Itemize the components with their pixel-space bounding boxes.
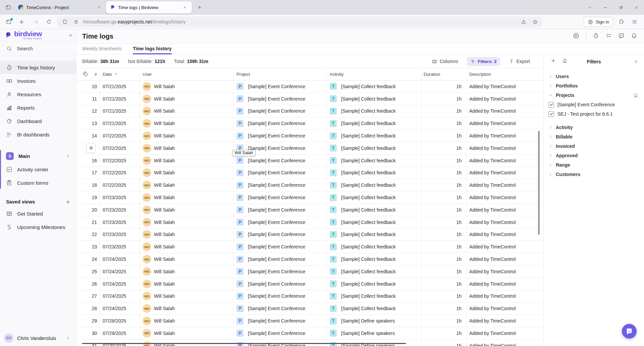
back-button[interactable]: [17, 16, 28, 27]
reload-button[interactable]: [44, 16, 54, 27]
filter-checkbox-item[interactable]: SEJ - Test project for 8.6.1: [544, 109, 644, 119]
column-header-project[interactable]: Project: [233, 68, 326, 80]
column-header-date[interactable]: Date: [100, 68, 140, 80]
sidebar-search[interactable]: Search: [0, 41, 76, 56]
add-saved-view-button[interactable]: [65, 199, 71, 205]
firefox-view-button[interactable]: [3, 2, 14, 13]
tab-time-logs-history[interactable]: Time logs history: [133, 46, 172, 54]
table-row[interactable]: 13 07/21/2025 WS Will Salah P [Sample] E…: [76, 117, 543, 130]
logo-row: birdview by Easy Projects «: [0, 29, 76, 41]
table-row[interactable]: 10 07/21/2025 WS Will Salah P [Sample] E…: [76, 80, 543, 93]
cell-user: WS Will Salah: [140, 167, 233, 179]
save-to-library-icon[interactable]: [519, 17, 528, 26]
filter-section-header[interactable]: Projects: [544, 91, 644, 100]
table-scrollbar[interactable]: [538, 131, 540, 235]
table-row[interactable]: 23 07/23/2025 WS Will Salah P [Sample] E…: [76, 241, 543, 253]
new-tab-button[interactable]: [194, 2, 205, 13]
filter-section-header[interactable]: Customers: [544, 170, 644, 179]
add-filter-button[interactable]: [550, 58, 556, 65]
table-row[interactable]: 24 07/24/2025 WS Will Salah P [Sample] E…: [76, 253, 543, 266]
forward-button[interactable]: [30, 16, 41, 27]
menu-button[interactable]: [629, 16, 640, 27]
delete-row-button[interactable]: [86, 143, 96, 153]
sidebar-item-reports[interactable]: Reports: [0, 101, 76, 114]
firefox-view-button-toolbar[interactable]: [3, 16, 14, 27]
tab-weekly-timesheets[interactable]: Weekly timesheets: [82, 46, 121, 54]
sidebar-item-get-started[interactable]: Get Started: [0, 207, 76, 220]
close-filters-button[interactable]: [634, 59, 639, 64]
tab-list-button[interactable]: [582, 0, 598, 15]
messages-button[interactable]: [618, 33, 625, 40]
table-row[interactable]: 16 07/22/2025 WS Will Salah P [Sample] E…: [76, 155, 543, 167]
table-row[interactable]: 27 07/24/2025 WS Will Salah P [Sample] E…: [76, 290, 543, 303]
table-row[interactable]: 12 07/21/2025 WS Will Salah P [Sample] E…: [76, 105, 543, 118]
sidebar-collapse-button[interactable]: «: [69, 32, 72, 38]
filter-section-header[interactable]: Invoiced: [544, 141, 644, 151]
export-button[interactable]: Export: [509, 59, 530, 64]
sidebar-user[interactable]: CV Chris Vandersluis: [0, 330, 76, 346]
table-row[interactable]: 25 07/24/2025 WS Will Salah P [Sample] E…: [76, 266, 543, 278]
table-row[interactable]: 19 07/23/2025 WS Will Salah P [Sample] E…: [76, 191, 543, 204]
tab-close-icon[interactable]: [181, 4, 189, 11]
table-row[interactable]: 29 07/28/2025 WS Will Salah P [Sample] E…: [76, 315, 543, 327]
filter-section-header[interactable]: Range: [544, 160, 644, 170]
filter-section-header[interactable]: Billable: [544, 132, 644, 141]
browser-tab-birdview[interactable]: Time logs | Birdview: [106, 1, 192, 13]
column-header-activity[interactable]: Activity: [326, 68, 421, 80]
sidebar-item-dashboard[interactable]: Dashboard: [0, 114, 76, 128]
filter-section-header[interactable]: Activity: [544, 123, 644, 132]
checkbox[interactable]: [548, 102, 554, 108]
table-row[interactable]: 22 07/23/2025 WS Will Salah P [Sample] E…: [76, 229, 543, 241]
filter-checkbox-item[interactable]: [Sample] Event Conference: [544, 100, 644, 109]
sign-in-button[interactable]: Sign in: [584, 17, 613, 27]
checkbox[interactable]: [548, 111, 554, 117]
table-row[interactable]: 21 07/23/2025 WS Will Salah P [Sample] E…: [76, 216, 543, 229]
table-row[interactable]: 20 07/23/2025 WS Will Salah P [Sample] E…: [76, 204, 543, 216]
table-row[interactable]: 14 07/22/2025 WS Will Salah P [Sample] E…: [76, 130, 543, 142]
filter-section-header[interactable]: Portfolios: [544, 81, 644, 91]
table-row[interactable]: 11 07/21/2025 WS Will Salah P [Sample] E…: [76, 93, 543, 105]
browser-tab-timecontrol[interactable]: TimeControl - Project: [14, 1, 106, 13]
window-close-button[interactable]: [629, 0, 644, 15]
table-row[interactable]: 17 07/22/2025 WS Will Salah P [Sample] E…: [76, 167, 543, 179]
sidebar-item-invoices[interactable]: Invoices: [0, 74, 76, 88]
column-header-user[interactable]: User: [140, 68, 233, 80]
chat-widget-button[interactable]: [622, 324, 637, 339]
table-row[interactable]: 28 07/24/2025 WS Will Salah P [Sample] E…: [76, 302, 543, 315]
filter-section-header[interactable]: Approved: [544, 151, 644, 160]
columns-button[interactable]: Columns: [432, 59, 458, 64]
notifications-button[interactable]: [631, 33, 637, 40]
filter-section-header[interactable]: Users: [544, 72, 644, 81]
url-text[interactable]: hmssoftware.go.easyprojects.net/timelogs…: [83, 19, 517, 24]
timer-button[interactable]: [593, 33, 599, 40]
bookmark-star-icon[interactable]: [531, 17, 539, 26]
lock-icon[interactable]: [72, 17, 80, 26]
sidebar-item-bi-dashboards[interactable]: BI dashboards: [0, 128, 76, 141]
extensions-button[interactable]: [616, 16, 627, 27]
table-row[interactable]: 26 07/24/2025 WS Will Salah P [Sample] E…: [76, 278, 543, 290]
sidebar-item-upcoming-milestones[interactable]: Upcoming Milestones: [0, 220, 76, 234]
clear-section-filter-button[interactable]: [633, 93, 639, 98]
tab-close-icon[interactable]: [95, 4, 103, 11]
table-row[interactable]: 18 07/22/2025 WS Will Salah P [Sample] E…: [76, 179, 543, 191]
select-rows-button[interactable]: [83, 71, 88, 78]
sidebar-item-activity-center[interactable]: Activity center: [0, 163, 76, 176]
window-minimize-button[interactable]: [598, 0, 613, 15]
sidebar-item-custom-forms[interactable]: Custom forms: [0, 176, 76, 189]
video-tour-button[interactable]: [573, 32, 580, 41]
filters-button[interactable]: Filters: 2: [467, 57, 500, 66]
sidebar-item-time-logs-history[interactable]: Time logs history: [0, 61, 76, 74]
table-row[interactable]: 15 07/22/2025 WS Will Salah P [Sample] E…: [76, 142, 543, 155]
table-row[interactable]: 30 07/29/2025 WS Will Salah P [Sample] E…: [76, 327, 543, 340]
column-header-number[interactable]: #: [95, 72, 97, 77]
sidebar-item-main[interactable]: S Main: [0, 149, 76, 163]
project-badge: P: [236, 330, 244, 337]
column-header-description[interactable]: Description: [466, 68, 543, 80]
sidebar-item-resources[interactable]: Resources: [0, 88, 76, 101]
shield-icon[interactable]: [60, 17, 69, 26]
clear-all-filters-button[interactable]: [562, 58, 568, 65]
url-field[interactable]: hmssoftware.go.easyprojects.net/timelogs…: [57, 16, 542, 27]
column-header-duration[interactable]: Duration: [421, 68, 466, 80]
tasks-button[interactable]: [605, 33, 612, 40]
window-restore-button[interactable]: [613, 0, 629, 15]
